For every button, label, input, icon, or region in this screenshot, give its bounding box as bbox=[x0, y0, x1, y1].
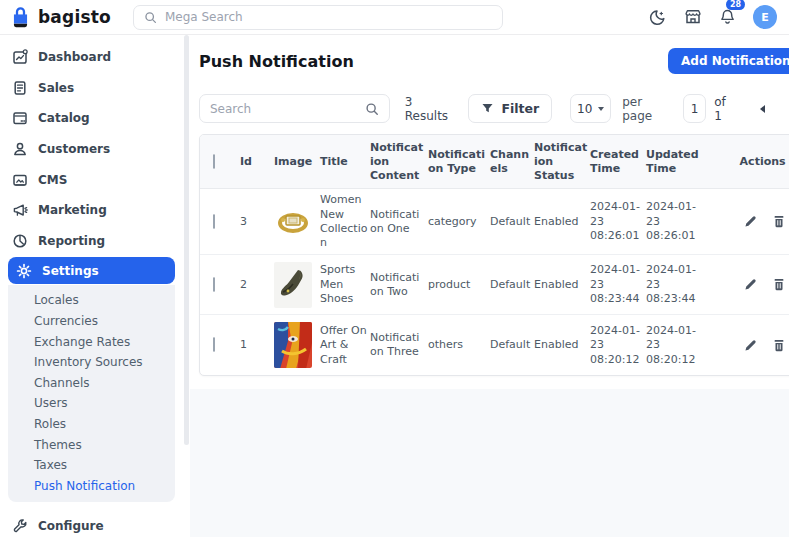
per-page-value: 10 bbox=[577, 102, 592, 116]
column-header-id[interactable]: Id bbox=[240, 149, 274, 175]
sidebar-item-dashboard[interactable]: Dashboard bbox=[0, 42, 183, 73]
sports-shoes-thumbnail bbox=[274, 262, 312, 308]
sidebar-label: Configure bbox=[38, 519, 104, 533]
row-content: Notification Two bbox=[370, 267, 428, 304]
sidebar-item-configure[interactable]: Configure bbox=[0, 511, 183, 537]
table-row: 2 Sports Men Shoes Notification Two prod… bbox=[200, 255, 789, 315]
row-title: Sports Men Shoes bbox=[320, 259, 370, 310]
edit-pencil-icon[interactable] bbox=[743, 338, 758, 353]
row-content: Notification Three bbox=[370, 327, 428, 364]
column-header-channels[interactable]: Channels bbox=[490, 142, 534, 182]
row-status: Enabled bbox=[534, 211, 590, 233]
row-channels: Default bbox=[490, 211, 534, 233]
submenu-item-inventory-sources[interactable]: Inventory Sources bbox=[8, 352, 175, 373]
notification-bell-icon[interactable]: 28 bbox=[719, 8, 736, 26]
row-updated-time: 2024-01-23 08:23:44 bbox=[646, 259, 706, 310]
sidebar-item-sales[interactable]: Sales bbox=[0, 73, 183, 104]
row-channels: Default bbox=[490, 274, 534, 296]
sidebar: Dashboard Sales Catalog Customers CMS Ma… bbox=[0, 35, 183, 537]
scrollbar-thumb[interactable] bbox=[184, 35, 189, 445]
column-header-content[interactable]: Notification Content bbox=[370, 135, 428, 188]
sidebar-item-customers[interactable]: Customers bbox=[0, 134, 183, 165]
current-page-input[interactable]: 1 bbox=[683, 94, 706, 123]
submenu-item-users[interactable]: Users bbox=[8, 393, 175, 414]
brand-name: bagisto bbox=[38, 7, 111, 27]
submenu-item-roles[interactable]: Roles bbox=[8, 414, 175, 435]
sidebar-scrollbar[interactable] bbox=[183, 35, 190, 537]
edit-pencil-icon[interactable] bbox=[743, 277, 758, 292]
table-row: 1 Offer On Art & Craft Notification Thre… bbox=[200, 315, 789, 375]
store-icon[interactable] bbox=[684, 8, 702, 26]
bagisto-logo[interactable]: bagisto bbox=[10, 6, 111, 29]
row-type: others bbox=[428, 334, 490, 356]
column-header-status[interactable]: Notification Status bbox=[534, 135, 590, 188]
row-created-time: 2024-01-23 08:23:44 bbox=[590, 259, 646, 310]
delete-trash-icon[interactable] bbox=[772, 277, 786, 292]
catalog-icon bbox=[12, 110, 28, 126]
customers-icon bbox=[12, 141, 28, 157]
filter-button[interactable]: Filter bbox=[468, 94, 552, 123]
row-id: 3 bbox=[240, 211, 274, 233]
sidebar-item-reporting[interactable]: Reporting bbox=[0, 226, 183, 257]
table-header-row: Id Image Title Notification Content Noti… bbox=[200, 135, 789, 189]
mega-search-box[interactable] bbox=[133, 5, 503, 30]
sidebar-label: Reporting bbox=[38, 234, 105, 248]
submenu-item-taxes[interactable]: Taxes bbox=[8, 455, 175, 476]
table-row: 3 Women New Collection Notification One … bbox=[200, 189, 789, 255]
sidebar-item-settings[interactable]: Settings bbox=[8, 257, 175, 284]
settings-submenu: Locales Currencies Exchange Rates Invent… bbox=[8, 285, 175, 502]
shopping-bag-logo-icon bbox=[10, 6, 31, 29]
submenu-item-locales[interactable]: Locales bbox=[8, 290, 175, 311]
results-count: 3 Results bbox=[405, 95, 454, 123]
previous-page-icon[interactable] bbox=[757, 102, 769, 116]
submenu-item-push-notification[interactable]: Push Notification bbox=[8, 476, 175, 497]
top-bar: bagisto 28 E bbox=[0, 0, 789, 35]
row-checkbox[interactable] bbox=[213, 277, 215, 292]
chevron-down-icon bbox=[598, 107, 604, 111]
submenu-item-currencies[interactable]: Currencies bbox=[8, 311, 175, 332]
column-header-image[interactable]: Image bbox=[274, 149, 320, 175]
main-content: Push Notification Add Notification 3 Res… bbox=[190, 35, 789, 537]
row-title: Offer On Art & Craft bbox=[320, 320, 370, 371]
table-search-box[interactable] bbox=[199, 94, 390, 123]
delete-trash-icon[interactable] bbox=[772, 338, 786, 353]
reporting-icon bbox=[12, 233, 28, 249]
edit-pencil-icon[interactable] bbox=[743, 214, 758, 229]
column-header-title[interactable]: Title bbox=[320, 149, 370, 175]
filter-label: Filter bbox=[501, 101, 539, 116]
column-header-type[interactable]: Notification Type bbox=[428, 142, 490, 182]
column-header-created[interactable]: Created Time bbox=[590, 142, 646, 182]
women-jewellery-ring-thumbnail bbox=[274, 199, 312, 245]
submenu-item-exchange-rates[interactable]: Exchange Rates bbox=[8, 331, 175, 352]
row-checkbox[interactable] bbox=[213, 214, 215, 229]
push-notification-table: Id Image Title Notification Content Noti… bbox=[199, 134, 789, 376]
sidebar-item-marketing[interactable]: Marketing bbox=[0, 195, 183, 226]
sidebar-item-cms[interactable]: CMS bbox=[0, 164, 183, 195]
delete-trash-icon[interactable] bbox=[772, 214, 786, 229]
settings-gear-icon bbox=[16, 263, 32, 279]
page-background bbox=[190, 389, 789, 537]
page-title: Push Notification bbox=[199, 52, 354, 71]
row-channels: Default bbox=[490, 334, 534, 356]
select-all-checkbox[interactable] bbox=[213, 154, 215, 169]
submenu-item-themes[interactable]: Themes bbox=[8, 434, 175, 455]
sidebar-label: Sales bbox=[38, 81, 74, 95]
column-header-updated[interactable]: Updated Time bbox=[646, 142, 706, 182]
sidebar-label: Marketing bbox=[38, 203, 107, 217]
submenu-item-channels[interactable]: Channels bbox=[8, 373, 175, 394]
row-updated-time: 2024-01-23 08:20:12 bbox=[646, 320, 706, 371]
mega-search-input[interactable] bbox=[165, 10, 492, 24]
sales-icon bbox=[12, 80, 28, 96]
add-notification-button[interactable]: Add Notification bbox=[668, 48, 789, 74]
user-avatar[interactable]: E bbox=[753, 5, 777, 29]
art-craft-thumbnail bbox=[274, 322, 312, 368]
dark-mode-moon-icon[interactable] bbox=[649, 8, 667, 26]
per-page-select[interactable]: 10 bbox=[570, 94, 611, 123]
datagrid-toolbar: 3 Results Filter 10 per page 1 of 1 bbox=[199, 94, 789, 123]
row-checkbox[interactable] bbox=[213, 337, 215, 352]
notification-count-badge: 28 bbox=[726, 0, 745, 10]
table-search-input[interactable] bbox=[210, 102, 365, 116]
marketing-icon bbox=[12, 202, 28, 218]
sidebar-item-catalog[interactable]: Catalog bbox=[0, 103, 183, 134]
sidebar-label: Customers bbox=[38, 142, 110, 156]
